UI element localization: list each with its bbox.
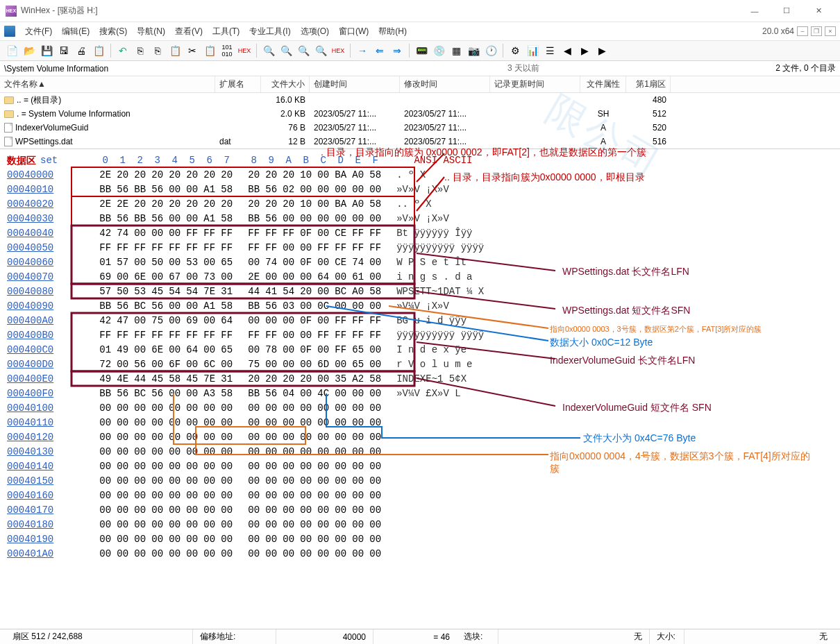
hex-row[interactable]: 00000000000000000000000000000000 <box>96 518 384 532</box>
report-icon[interactable]: 📊 <box>525 43 540 58</box>
ascii-row[interactable] <box>396 503 484 518</box>
offset-cell[interactable]: 00040050 <box>7 241 96 255</box>
hex-row[interactable]: BB56BB560000A158BB56000000000000 <box>96 212 384 226</box>
ascii-row[interactable]: Bt ÿÿÿÿÿÿ Îÿÿ <box>396 226 484 241</box>
find-text-icon[interactable]: 🔍 <box>296 43 311 58</box>
paste2-icon[interactable]: 📋 <box>202 43 217 58</box>
ascii-row[interactable] <box>396 474 484 489</box>
ascii-row[interactable]: ÿÿÿÿÿÿÿÿÿÿ ÿÿÿÿ <box>396 241 484 255</box>
save-as-icon[interactable]: 🖫 <box>56 43 72 58</box>
hex-row[interactable]: 00000000000000000000000000000000 <box>96 547 384 561</box>
offset-cell[interactable]: 000400B0 <box>7 328 96 343</box>
fwd-icon[interactable]: ⇒ <box>389 43 405 58</box>
offset-cell[interactable]: 00040160 <box>7 489 96 503</box>
ascii-row[interactable]: i n g s . d a <box>396 270 484 285</box>
col-ext[interactable]: 扩展名 <box>215 76 261 92</box>
goto-icon[interactable]: → <box>355 43 370 58</box>
col-sect[interactable]: 第1扇区 <box>626 76 671 92</box>
menu-window[interactable]: 窗口(W) <box>335 24 373 39</box>
hex-row[interactable]: 00000000000000000000000000000000 <box>96 401 384 416</box>
offset-cell[interactable]: 000401A0 <box>7 547 96 561</box>
hex-row[interactable]: 01570050005300650074000F00CE7400 <box>96 255 384 270</box>
hex-row[interactable]: 720056006F006C00750000006D006500 <box>96 357 384 372</box>
offset-cell[interactable]: 00040130 <box>7 445 96 459</box>
hex-row[interactable]: BB56BB560000A158BB56020000000000 <box>96 183 384 197</box>
mdi-close-button[interactable]: × <box>825 26 836 36</box>
save-icon[interactable]: 💾 <box>39 43 54 58</box>
hex-row[interactable]: 69006E00670073002E00000064006100 <box>96 270 384 285</box>
menu-view[interactable]: 查看(V) <box>171 24 207 39</box>
minimize-button[interactable]: — <box>739 1 771 21</box>
offset-cell[interactable]: 00040120 <box>7 430 96 445</box>
menu-options[interactable]: 选项(O) <box>296 24 333 39</box>
ascii-row[interactable]: »V»V ¡X»V <box>396 183 484 197</box>
offset-cell[interactable]: 000400A0 <box>7 314 96 328</box>
hex-row[interactable]: 2E2E2020202020202020201000BAA058 <box>96 197 384 212</box>
clock-icon[interactable]: 🕐 <box>483 43 498 58</box>
find-hex-icon[interactable]: 🔍 <box>278 43 294 58</box>
menu-expert[interactable]: 专业工具(I) <box>245 24 294 39</box>
replace-hex-icon[interactable]: HEX <box>330 43 346 58</box>
find-icon[interactable]: 🔍 <box>261 43 276 58</box>
hex-row[interactable]: 4274000000FFFFFFFFFFFF0F00CEFFFF <box>96 226 384 241</box>
hex-row[interactable]: FFFFFFFFFFFFFFFFFFFF0000FFFFFFFF <box>96 328 384 343</box>
play-icon[interactable]: ▶ <box>594 43 610 58</box>
hex-row[interactable]: FFFFFFFFFFFFFFFFFFFF0000FFFFFFFF <box>96 241 384 255</box>
offset-cell[interactable]: 00040140 <box>7 459 96 474</box>
hex-row[interactable]: BB56BC560000A358BB5604004C000000 <box>96 387 384 401</box>
ascii-row[interactable] <box>396 430 484 445</box>
ascii-row[interactable]: W P S e t Ît <box>396 255 484 270</box>
copy-icon[interactable]: ⎘ <box>133 43 148 58</box>
mdi-min-button[interactable]: – <box>797 26 808 36</box>
props-icon[interactable]: 📋 <box>91 43 106 58</box>
ascii-row[interactable] <box>396 416 484 430</box>
col-ctime[interactable]: 创建时间 <box>310 76 400 92</box>
table-row[interactable]: . = System Volume Information2.0 KB2023/… <box>0 107 840 121</box>
ascii-row[interactable] <box>396 445 484 459</box>
ascii-row[interactable] <box>396 532 484 547</box>
offset-cell[interactable]: 000400F0 <box>7 387 96 401</box>
menu-nav[interactable]: 导航(N) <box>133 24 169 39</box>
ascii-row[interactable] <box>396 489 484 503</box>
offset-cell[interactable]: 00040110 <box>7 416 96 430</box>
list-icon[interactable]: ☰ <box>542 43 557 58</box>
offset-cell[interactable]: 00040030 <box>7 212 96 226</box>
col-rtime[interactable]: 记录更新时间 <box>490 76 580 92</box>
menu-tools[interactable]: 工具(T) <box>208 24 244 39</box>
offset-cell[interactable]: 00040010 <box>7 183 96 197</box>
offset-cell[interactable]: 000400E0 <box>7 372 96 387</box>
hex-row[interactable]: 00000000000000000000000000000000 <box>96 459 384 474</box>
cut-icon[interactable]: ✂ <box>185 43 200 58</box>
replace-icon[interactable]: 🔍 <box>313 43 328 58</box>
ascii-row[interactable]: BG u i d ÿÿÿ <box>396 314 484 328</box>
ascii-row[interactable]: WPSETT~1DAT ¼ X <box>396 285 484 299</box>
offset-cell[interactable]: 00040150 <box>7 474 96 489</box>
offset-cell[interactable]: 00040060 <box>7 255 96 270</box>
col-size[interactable]: 文件大小 <box>261 76 310 92</box>
hex-row[interactable]: 00000000000000000000000000000000 <box>96 416 384 430</box>
undo-icon[interactable]: ↶ <box>115 43 131 58</box>
hex-row[interactable]: 00000000000000000000000000000000 <box>96 445 384 459</box>
camera-icon[interactable]: 📷 <box>466 43 481 58</box>
ascii-row[interactable] <box>396 518 484 532</box>
disk-icon[interactable]: 💿 <box>431 43 446 58</box>
ascii-row[interactable]: INDEXE~1 5¢X <box>396 372 484 387</box>
col-attr[interactable]: 文件属性 <box>580 76 626 92</box>
hex-row[interactable]: 494E444558457E31202020200035A258 <box>96 372 384 387</box>
paste-icon[interactable]: 📋 <box>167 43 183 58</box>
hex-row[interactable]: 00000000000000000000000000000000 <box>96 532 384 547</box>
offset-cell[interactable]: 00040100 <box>7 401 96 416</box>
menu-help[interactable]: 帮助(H) <box>374 24 411 39</box>
maximize-button[interactable]: ☐ <box>771 1 803 21</box>
ascii-row[interactable]: »V¼V £X»V L <box>396 387 484 401</box>
offset-cell[interactable]: 000400D0 <box>7 357 96 372</box>
col-mtime[interactable]: 修改时间 <box>400 76 490 92</box>
print-icon[interactable]: 🖨 <box>74 43 89 58</box>
offset-cell[interactable]: 000400C0 <box>7 343 96 357</box>
hex-row[interactable]: 00000000000000000000000000000000 <box>96 503 384 518</box>
hex-row[interactable]: 00000000000000000000000000000000 <box>96 489 384 503</box>
offset-cell[interactable]: 00040000 <box>7 168 96 183</box>
hex-row[interactable]: 0149006E006400650078000F00FF6500 <box>96 343 384 357</box>
hex-row[interactable]: 2E202020202020202020201000BAA058 <box>96 168 384 183</box>
hex-row[interactable]: 5750534554547E314441542000BCA058 <box>96 285 384 299</box>
